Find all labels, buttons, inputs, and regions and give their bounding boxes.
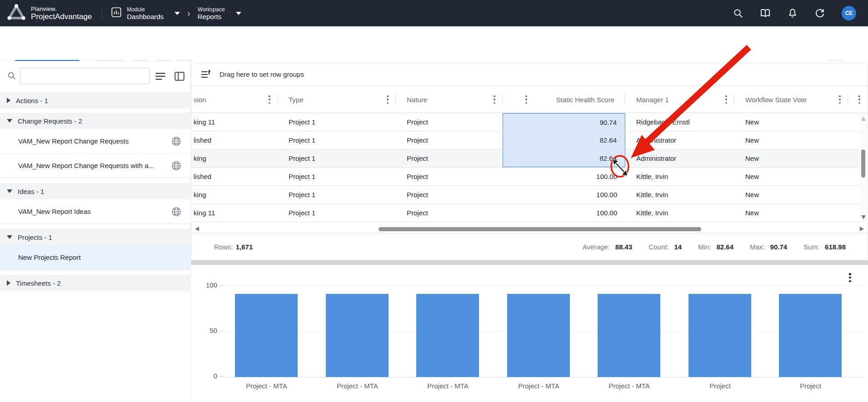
sidebar-item-report-selected[interactable]: New Projects Report [0,245,191,270]
cell-nature[interactable]: Project [396,204,503,222]
cell-blank[interactable] [848,149,860,167]
max-label: Max: [750,243,765,251]
cell-manager[interactable]: Kittle, Irvin [625,168,734,185]
refresh-icon[interactable] [814,8,825,19]
sidebar-group-actions[interactable]: Actions - 1 [0,92,191,109]
cell-blank[interactable] [848,131,860,149]
cell-type[interactable]: Project 1 [278,149,396,167]
column-kebab-icon[interactable] [525,95,527,104]
sidebar-search-input[interactable] [20,68,150,84]
horizontal-scroll-thumb[interactable] [379,227,701,231]
sidebar-group-timesheets[interactable]: Timesheets - 2 [0,275,191,291]
module-dashboards-menu[interactable]: Module Dashboards [110,6,180,20]
cell-vote[interactable]: New [734,131,848,149]
bar [326,294,389,377]
chart-kebab-menu-icon[interactable] [849,273,851,282]
sidebar-group-ideas[interactable]: Ideas - 1 [0,183,191,199]
workspace-reports-menu[interactable]: Workspace Reports [198,6,241,20]
notifications-bell-icon[interactable] [787,8,798,19]
cell-blank[interactable] [503,168,534,185]
column-kebab-icon[interactable] [839,95,841,104]
globe-icon[interactable] [171,160,182,171]
cell-type[interactable]: Project 1 [278,131,396,149]
column-kebab-icon[interactable] [387,95,389,104]
cell-name[interactable]: lished [191,131,278,149]
cell-vote[interactable]: New [734,204,848,222]
cell-blank[interactable] [848,204,860,222]
sidebar-group-change-requests[interactable]: Change Requests - 2 [0,113,191,129]
scroll-down-icon[interactable] [861,215,866,219]
cell-score[interactable]: 90.74 [534,113,625,131]
cell-manager[interactable]: Administrator [625,149,734,167]
cell-blank[interactable] [503,131,534,149]
scroll-right-icon[interactable] [860,227,864,231]
cell-nature[interactable]: Project [396,131,503,149]
scroll-left-icon[interactable] [195,227,199,231]
sidebar-item-report[interactable]: VAM_New Report Change Requests with a... [0,154,191,178]
cell-vote[interactable]: New [734,168,848,185]
brand[interactable]: Planview. ProjectAdvantage [0,2,92,24]
panel-toggle-icon[interactable] [174,70,185,82]
help-book-icon[interactable] [760,8,771,19]
sidebar-group-projects[interactable]: Projects - 1 [0,229,191,245]
cell-manager[interactable]: Kittle, Irvin [625,186,734,203]
cell-nature[interactable]: Project [396,149,503,167]
column-header-nature[interactable]: Nature [396,86,503,113]
vertical-scroll-thumb[interactable] [861,149,865,178]
cell-vote[interactable]: New [734,186,848,203]
cell-score[interactable]: 82.64 [534,131,625,149]
cell-name[interactable]: king [191,186,278,203]
cell-score[interactable]: 100.00 [534,168,625,185]
cell-blank[interactable] [848,186,860,203]
cell-vote[interactable]: New [734,149,848,167]
cell-manager[interactable]: Ridgeback, Ernstl [625,113,734,131]
cell-manager[interactable]: Kittle, Irvin [625,204,734,222]
sidebar-item-report[interactable]: VAM_New Report Change Requests [0,129,191,154]
globe-icon[interactable] [171,136,182,147]
horizontal-scrollbar[interactable] [191,226,868,233]
cell-blank[interactable] [848,113,860,131]
cell-score[interactable]: 100.00 [534,204,625,222]
cell-name[interactable]: king [191,149,278,167]
cell-blank[interactable] [503,204,534,222]
row-group-dropzone[interactable]: Drag here to set row groups [191,63,868,86]
cell-name[interactable]: king 11 [191,113,278,131]
cell-type[interactable]: Project 1 [278,204,396,222]
cell-blank[interactable] [503,149,534,167]
cell-nature[interactable]: Project [396,168,503,185]
caret-down-icon [175,12,180,15]
column-kebab-icon[interactable] [494,95,495,104]
cell-blank[interactable] [503,113,534,131]
column-kebab-icon[interactable] [269,95,270,104]
column-header-static-health-score[interactable]: Static Health Score [534,86,625,113]
column-header-sion[interactable]: sion [191,86,278,113]
search-icon[interactable] [733,8,743,19]
cell-type[interactable]: Project 1 [278,186,396,203]
scroll-up-icon[interactable] [861,117,866,121]
app-window: Planview. ProjectAdvantage Module Dashbo… [0,0,868,402]
column-header-blank[interactable] [503,86,534,113]
cell-manager[interactable]: Administrator [625,131,734,149]
cell-name[interactable]: lished [191,168,278,185]
column-header-partial[interactable] [848,86,868,113]
filter-list-icon[interactable] [155,70,166,82]
cell-blank[interactable] [503,186,534,203]
sidebar-item-report[interactable]: VAM_New Report Ideas [0,199,191,224]
cell-nature[interactable]: Project [396,186,503,203]
cell-vote[interactable]: New [734,113,848,131]
column-header-workflow-state-vote[interactable]: Workflow State Vote [734,86,848,113]
globe-icon[interactable] [171,206,182,217]
cell-blank[interactable] [848,168,860,185]
column-kebab-icon[interactable] [725,95,727,104]
column-header-manager-1[interactable]: Manager 1 [625,86,734,113]
vertical-scrollbar[interactable] [860,114,867,222]
cell-score[interactable]: 100.00 [534,186,625,203]
avatar[interactable]: CE [842,6,856,20]
cell-nature[interactable]: Project [396,113,503,131]
cell-name[interactable]: king 11 [191,204,278,222]
column-header-type[interactable]: Type [278,86,396,113]
column-kebab-icon[interactable] [858,95,860,104]
cell-score[interactable]: 82.64 [534,149,625,167]
cell-type[interactable]: Project 1 [278,168,396,185]
cell-type[interactable]: Project 1 [278,113,396,131]
